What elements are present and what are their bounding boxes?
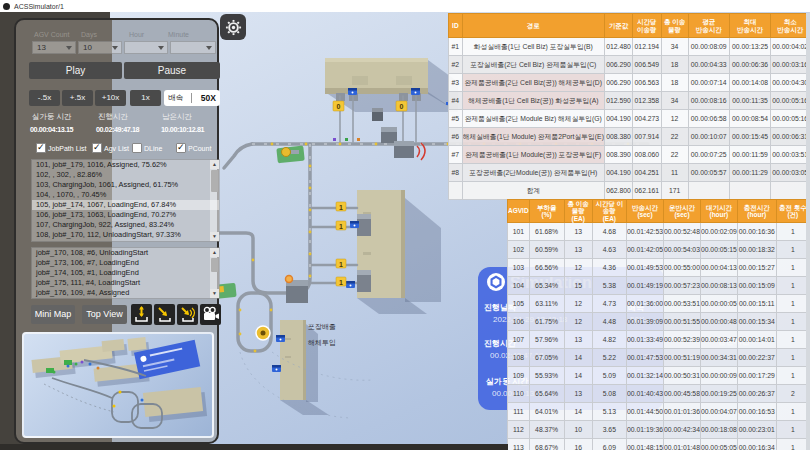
- agv-table-cell: 60.59%: [529, 241, 564, 259]
- agv-count-select[interactable]: 13: [32, 41, 76, 54]
- settings-button[interactable]: [220, 14, 246, 40]
- jobpath-list-scrollbar[interactable]: ▲▼: [210, 248, 219, 298]
- agv-table-header: AGVID: [508, 200, 530, 223]
- agv-table-row[interactable]: 10867.05%145.2200.01:47:5300.00:51:1900.…: [508, 349, 810, 367]
- play-button[interactable]: Play: [29, 62, 122, 79]
- checkbox-jobpath-list[interactable]: ✓JobPath List: [36, 143, 87, 153]
- agv-list-scrollbar[interactable]: ▲▼: [210, 160, 219, 241]
- list-item[interactable]: 107, ChargingJob, 922, Assigned, 83.24%: [32, 220, 219, 230]
- checkbox-box[interactable]: ✓: [176, 143, 186, 153]
- agv-table-cell: 00.00:08:13: [700, 277, 737, 295]
- checkbox-box[interactable]: ✓: [92, 143, 102, 153]
- route-table-row[interactable]: #1화성실배출(1단 Cell Biz) 포장실투입(B)012.480012.…: [449, 38, 810, 56]
- agv-table-row[interactable]: 10161.68%134.6800.01:42:5300.00:52:4800.…: [508, 223, 810, 241]
- agv-table-row[interactable]: 11368.67%166.0900.01:48:1500.01:01:4800.…: [508, 439, 810, 450]
- route-table-cell: #2: [449, 56, 463, 74]
- agv-table-row[interactable]: 11164.01%145.1300.01:44:5000.01:01:3600.…: [508, 403, 810, 421]
- agv-table-row[interactable]: 10757.96%134.8200.01:33:4900.00:52:3900.…: [508, 331, 810, 349]
- route-table-cell: 00.00:07:25: [688, 146, 729, 164]
- list-item[interactable]: 102, , 302, , 82.86%: [32, 170, 219, 180]
- minimap-view[interactable]: [22, 332, 214, 438]
- topview-button[interactable]: Top View: [82, 305, 127, 324]
- list-item[interactable]: job#_173, 106, #7, LoadingEnd: [32, 258, 219, 268]
- speed-up10-button[interactable]: +10x: [95, 90, 126, 106]
- route-table-cell: 004.251: [633, 164, 661, 182]
- speed-mode-label: 배속: [168, 93, 183, 103]
- speed-1x-button[interactable]: 1x: [130, 90, 161, 106]
- hour-label: Hour: [129, 31, 144, 38]
- list-item[interactable]: job#_176, 109, #4, Assigned: [32, 288, 219, 298]
- agv-table-cell: 00.00:53:51: [664, 295, 701, 313]
- route-table-row[interactable]: #2포장실배출(2단 Cell Biz) 완제품실투입(C)006.290006…: [449, 56, 810, 74]
- agv-table-row[interactable]: 10955.93%145.0900.01:32:1400.00:50:3100.…: [508, 367, 810, 385]
- checkbox-box[interactable]: ✓: [36, 143, 46, 153]
- diagonal-view-button[interactable]: [154, 304, 175, 325]
- speed-multiplier: 50X: [201, 93, 216, 103]
- checkbox-dline[interactable]: DLine: [132, 143, 162, 153]
- list-item[interactable]: job#_170, 108, #6, UnloadingStart: [32, 248, 219, 258]
- route-table-cell: #7: [449, 146, 463, 164]
- camera-view-button[interactable]: [200, 304, 221, 325]
- agv-table-cell: 1: [776, 367, 809, 385]
- list-item[interactable]: 103, ChargingJob, 1061, Assigned, 61.75%: [32, 180, 219, 190]
- agv-table-cell: 4.48: [592, 313, 626, 331]
- list-item[interactable]: 106, job#_173, 1063, LoadingEnd, 70.27%: [32, 210, 219, 220]
- list-item[interactable]: 104, , 1070, , 70.45%: [32, 190, 219, 200]
- route-table-cell: 006.290: [604, 56, 632, 74]
- route-table-cell: 004.273: [633, 110, 661, 128]
- agv-list[interactable]: 101, job#_179, 1016, Assigned, 75.62%102…: [31, 159, 220, 242]
- speed-display[interactable]: 배속 50X: [164, 90, 220, 106]
- list-item[interactable]: job#_174, 105, #1, LoadingEnd: [32, 268, 219, 278]
- list-item[interactable]: 105, job#_174, 1067, LoadingEnd, 67.84%: [32, 200, 219, 210]
- agv-table-cell: 00.00:23:01: [737, 421, 776, 439]
- route-table-row[interactable]: #3완제품공배출(2단 Cell Biz(공)) 해체공투입(D)006.290…: [449, 74, 810, 92]
- speed-up-button[interactable]: +.5x: [62, 90, 93, 106]
- route-table-row[interactable]: #4해체공배출(1단 Cell Biz(공)) 화성공투입(A)012.5900…: [449, 92, 810, 110]
- route-table-cell: 12: [661, 110, 688, 128]
- agv-table-header: 부하율(%): [529, 200, 564, 223]
- agv-table-scrollbar[interactable]: [806, 199, 810, 450]
- route-table-row[interactable]: #6해체실배출(1단 Module) 완제품2Port실투입(E)008.380…: [449, 128, 810, 146]
- route-table-cell: 해체실배출(1단 Module) 완제품2Port실투입(E): [462, 128, 604, 146]
- checkbox-pcount[interactable]: ✓PCount: [176, 143, 211, 153]
- svg-text:0: 0: [400, 103, 404, 110]
- list-item[interactable]: job#_177, 110, #8, Assigned: [32, 298, 219, 299]
- days-label: Days: [81, 31, 97, 38]
- agv-table-row[interactable]: 10366.56%124.3600.01:49:5300.00:55:0000.…: [508, 259, 810, 277]
- route-table-cell: #6: [449, 128, 463, 146]
- agv-table-row[interactable]: 10563.11%124.7300.01:36:0000.00:53:5100.…: [508, 295, 810, 313]
- route-table-scrollbar[interactable]: [806, 13, 810, 199]
- jobpath-list[interactable]: job#_170, 108, #6, UnloadingStartjob#_17…: [31, 247, 220, 299]
- agv-table-row[interactable]: 11248.37%103.6500.01:19:3600.00:42:3400.…: [508, 421, 810, 439]
- list-item[interactable]: job#_175, 111, #4, LoadingStart: [32, 278, 219, 288]
- agv-table-row[interactable]: 10465.34%155.3800.01:49:1900.00:57:2300.…: [508, 277, 810, 295]
- speed-down-button[interactable]: -.5x: [29, 90, 60, 106]
- agv-table-row[interactable]: 11065.64%135.0800.01:40:4300.00:45:5800.…: [508, 385, 810, 403]
- list-item[interactable]: 108, job#_170, 112, UnloadingStart, 97.3…: [32, 230, 219, 240]
- agv-table-cell: 2: [776, 385, 809, 403]
- route-table-row[interactable]: #5완제품실배출(2단 Module Biz) 해체실투입(G)004.1900…: [449, 110, 810, 128]
- agv-table-cell: 6.09: [592, 439, 626, 450]
- route-table-cell: 00.00:11:29: [729, 164, 771, 182]
- route-table-total-cell: 062.161: [633, 182, 661, 200]
- minute-select[interactable]: [170, 41, 216, 54]
- days-select[interactable]: 10: [78, 41, 122, 54]
- list-item[interactable]: 101, job#_179, 1016, Assigned, 75.62%: [32, 160, 219, 170]
- agv-table-cell: 109: [508, 367, 530, 385]
- agv-table-row[interactable]: 10260.59%134.6300.01:42:0500.00:54:0300.…: [508, 241, 810, 259]
- route-table-row[interactable]: #8포장공배출(2단Module(공)) 완제품투입(H)004.190004.…: [449, 164, 810, 182]
- checkbox-agv-list[interactable]: ✓Agv List: [92, 143, 129, 153]
- route-table-cell: 00.00:08:16: [688, 92, 729, 110]
- drop-view-button[interactable]: [131, 304, 152, 325]
- pause-button[interactable]: Pause: [124, 62, 220, 79]
- signal-view-button[interactable]: [177, 304, 198, 325]
- window-title: ACSSimulator/1: [14, 3, 64, 10]
- checkbox-box[interactable]: [132, 143, 142, 153]
- agv-table-cell: 00.00:15:34: [737, 313, 776, 331]
- hour-select[interactable]: [124, 41, 168, 54]
- minimap-button[interactable]: Mini Map: [31, 305, 75, 324]
- svg-text:0: 0: [337, 103, 341, 110]
- route-table-row[interactable]: #7완제품공배출(1단 Module(공)) 포장공투입(F)008.39000…: [449, 146, 810, 164]
- agv-table-row[interactable]: 10661.75%124.4800.01:39:0900.00:51:5500.…: [508, 313, 810, 331]
- agv-table-cell: 00.01:42:05: [627, 241, 664, 259]
